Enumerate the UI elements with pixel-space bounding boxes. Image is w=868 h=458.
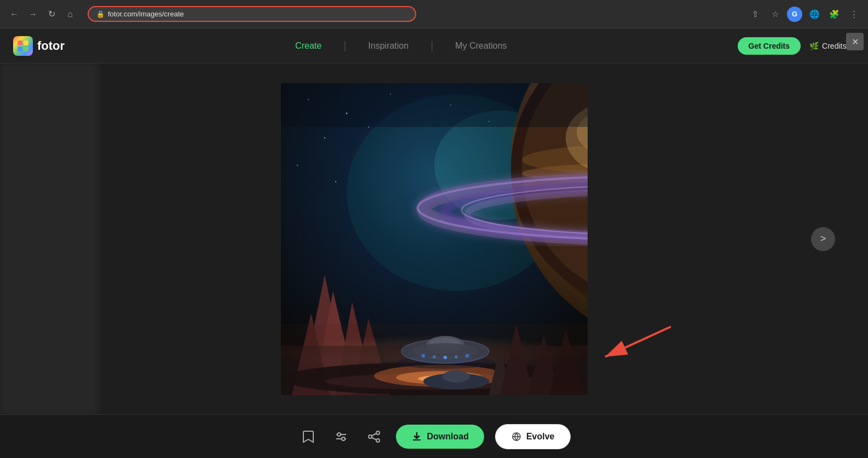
logo-text: fotor [37, 39, 65, 53]
address-bar[interactable]: 🔒 fotor.com/images/create [88, 6, 416, 22]
home-button[interactable]: ⌂ [62, 7, 78, 22]
logo-svg [17, 40, 29, 52]
browser-chrome: ← → ↻ ⌂ 🔒 fotor.com/images/create ⇧ ☆ G … [0, 0, 868, 28]
menu-icon[interactable]: ⋮ [846, 7, 861, 22]
evolve-icon [511, 431, 522, 442]
nav-sep-1: | [343, 39, 346, 52]
nav-right: Get Credits 🌿 Credits: 3 [738, 37, 855, 55]
logo-area: fotor [13, 36, 65, 56]
svg-point-74 [376, 439, 380, 442]
next-image-button[interactable]: > [811, 227, 835, 251]
address-bar-wrapper: 🔒 fotor.com/images/create [88, 6, 416, 22]
nav-create[interactable]: Create [295, 41, 321, 51]
forward-button[interactable]: → [25, 7, 41, 22]
google-account-icon[interactable]: G [787, 7, 802, 22]
evolve-label: Evolve [526, 432, 555, 442]
lock-icon: 🔒 [96, 10, 105, 18]
svg-rect-1 [24, 40, 28, 45]
svg-rect-3 [24, 47, 28, 51]
bottom-toolbar: Download Evolve [0, 414, 868, 458]
bookmark-icon [302, 430, 314, 443]
svg-point-71 [342, 437, 345, 440]
svg-line-67 [605, 327, 671, 357]
share-icon [368, 431, 380, 443]
close-button[interactable]: ✕ [846, 33, 864, 50]
svg-point-72 [376, 431, 380, 434]
download-button[interactable]: Download [396, 425, 484, 449]
space-scene-svg [281, 83, 588, 395]
generated-image [281, 83, 588, 395]
svg-point-69 [337, 433, 341, 436]
svg-point-15 [297, 165, 298, 166]
globe-icon[interactable]: 🌐 [807, 7, 822, 22]
svg-line-76 [372, 433, 377, 436]
nav-inspiration[interactable]: Inspiration [368, 41, 409, 51]
svg-rect-64 [281, 324, 588, 357]
svg-line-75 [372, 437, 377, 440]
download-icon [411, 431, 422, 442]
app-container: fotor Create | Inspiration | My Creation… [0, 28, 868, 458]
nav-sep-2: | [430, 39, 433, 52]
main-content: > [0, 63, 868, 414]
share-button[interactable] [363, 426, 385, 448]
svg-point-11 [324, 137, 325, 138]
svg-point-73 [369, 435, 372, 438]
svg-point-16 [335, 181, 336, 182]
url-text: fotor.com/images/create [108, 10, 184, 18]
download-label: Download [427, 432, 468, 442]
fotor-logo-icon [13, 36, 33, 56]
extensions-icon[interactable]: 🧩 [826, 7, 842, 22]
evolve-button[interactable]: Evolve [495, 424, 571, 449]
bookmark-button[interactable] [297, 426, 319, 448]
browser-nav-buttons: ← → ↻ ⌂ [7, 7, 78, 22]
svg-rect-0 [18, 40, 22, 45]
adjust-icon [335, 431, 347, 443]
get-credits-button[interactable]: Get Credits [738, 37, 801, 55]
bookmark-browser-icon[interactable]: ☆ [767, 7, 783, 22]
svg-rect-2 [18, 47, 22, 51]
adjust-button[interactable] [330, 426, 352, 448]
refresh-button[interactable]: ↻ [44, 7, 59, 22]
left-sidebar [0, 63, 99, 414]
browser-actions: ⇧ ☆ G 🌐 🧩 ⋮ [748, 7, 861, 22]
nav-my-creations[interactable]: My Creations [455, 41, 507, 51]
back-button[interactable]: ← [7, 7, 22, 22]
svg-point-63 [442, 370, 470, 382]
svg-rect-65 [281, 83, 588, 127]
top-nav: fotor Create | Inspiration | My Creation… [0, 28, 868, 63]
leaf-icon: 🌿 [809, 42, 819, 50]
red-arrow-annotation [583, 321, 682, 365]
share-browser-icon[interactable]: ⇧ [748, 7, 763, 22]
nav-links: Create | Inspiration | My Creations [295, 39, 507, 52]
